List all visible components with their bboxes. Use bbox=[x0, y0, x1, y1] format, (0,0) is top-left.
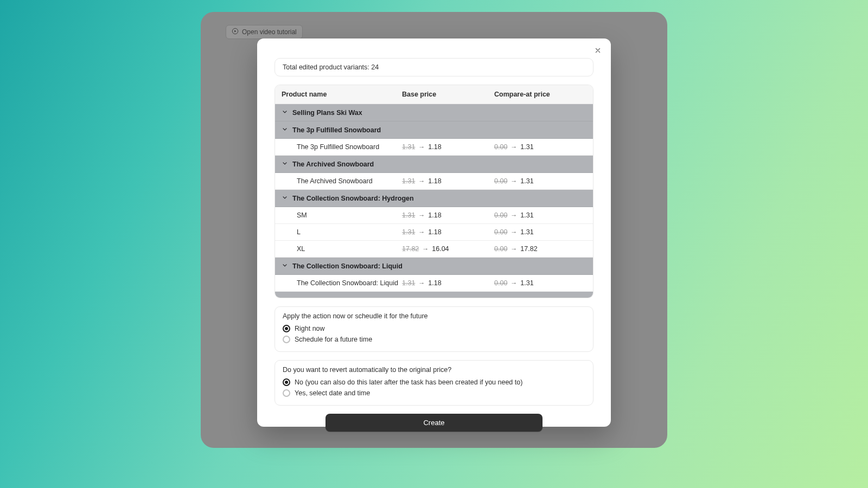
cmp-new: 1.31 bbox=[520, 177, 533, 185]
close-icon bbox=[594, 47, 602, 56]
arrow-right-icon: → bbox=[510, 228, 517, 236]
compare-price-cell: 0.00→1.31 bbox=[494, 177, 586, 185]
variant-name: SM bbox=[297, 211, 402, 219]
group-title: The Archived Snowboard bbox=[292, 160, 374, 168]
variant-row: XL17.82→16.040.00→17.82 bbox=[275, 241, 593, 258]
group-title: The Collection Snowboard: Liquid bbox=[292, 262, 403, 270]
base-old: 1.31 bbox=[402, 279, 415, 287]
group-row[interactable]: The 3p Fulfilled Snowboard bbox=[275, 121, 593, 139]
base-old: 1.31 bbox=[402, 228, 415, 236]
group-title: The Collection Snowboard: Oxygen bbox=[292, 297, 407, 298]
schedule-option[interactable]: Schedule for a future time bbox=[283, 334, 585, 345]
summary-count: 24 bbox=[371, 63, 379, 71]
close-button[interactable] bbox=[591, 45, 604, 58]
revert-option[interactable]: No (you can also do this later after the… bbox=[283, 377, 585, 388]
cmp-old: 0.00 bbox=[494, 211, 507, 219]
arrow-right-icon: → bbox=[418, 177, 425, 185]
base-old: 1.31 bbox=[402, 177, 415, 185]
app-panel: Open video tutorial Total edited product… bbox=[201, 12, 667, 448]
group-row[interactable]: The Collection Snowboard: Hydrogen bbox=[275, 190, 593, 207]
schedule-option-label: Schedule for a future time bbox=[295, 336, 372, 343]
schedule-card: Apply the action now or scheudle it for … bbox=[275, 306, 593, 352]
cmp-new: 1.31 bbox=[520, 211, 533, 219]
chevron-down-icon bbox=[282, 126, 288, 134]
revert-option-label: No (you can also do this later after the… bbox=[295, 378, 522, 386]
compare-price-cell: 0.00→1.31 bbox=[494, 279, 586, 287]
compare-price-cell: 0.00→1.31 bbox=[494, 228, 586, 236]
base-new: 1.18 bbox=[428, 143, 441, 151]
cmp-new: 1.31 bbox=[520, 143, 533, 151]
arrow-right-icon: → bbox=[418, 228, 425, 236]
base-new: 1.18 bbox=[428, 177, 441, 185]
col-product-name: Product name bbox=[282, 91, 402, 98]
chevron-down-icon bbox=[282, 160, 288, 168]
create-label: Create bbox=[423, 419, 444, 427]
base-price-cell: 1.31→1.18 bbox=[402, 228, 494, 236]
radio-icon bbox=[283, 325, 290, 332]
table-header: Product name Base price Compare-at price bbox=[275, 85, 593, 104]
group-row[interactable]: Selling Plans Ski Wax bbox=[275, 104, 593, 121]
variant-row: The Archived Snowboard1.31→1.180.00→1.31 bbox=[275, 173, 593, 190]
revert-card: Do you want to revert automatically to t… bbox=[275, 360, 593, 406]
base-new: 1.18 bbox=[428, 279, 441, 287]
arrow-right-icon: → bbox=[418, 211, 425, 219]
group-title: The 3p Fulfilled Snowboard bbox=[292, 126, 381, 134]
cmp-old: 0.00 bbox=[494, 228, 507, 236]
revert-title: Do you want to revert automatically to t… bbox=[283, 366, 585, 374]
group-row[interactable]: The Archived Snowboard bbox=[275, 156, 593, 173]
cmp-old: 0.00 bbox=[494, 143, 507, 151]
chevron-down-icon bbox=[282, 262, 288, 270]
base-old: 1.31 bbox=[402, 211, 415, 219]
variant-name: The Collection Snowboard: Liquid bbox=[297, 279, 402, 287]
chevron-down-icon bbox=[282, 296, 288, 298]
variant-name: XL bbox=[297, 245, 402, 253]
group-title: The Collection Snowboard: Hydrogen bbox=[292, 195, 414, 202]
arrow-right-icon: → bbox=[510, 245, 517, 253]
arrow-right-icon: → bbox=[422, 245, 429, 253]
cmp-old: 0.00 bbox=[494, 279, 507, 287]
variant-name: The Archived Snowboard bbox=[297, 177, 402, 185]
arrow-right-icon: → bbox=[418, 279, 425, 287]
bulk-edit-modal: Total edited product variants: 24 Produc… bbox=[257, 38, 611, 427]
create-button[interactable]: Create bbox=[326, 414, 542, 432]
schedule-option[interactable]: Right now bbox=[283, 323, 585, 334]
revert-option-label: Yes, select date and time bbox=[295, 389, 370, 397]
arrow-right-icon: → bbox=[510, 143, 517, 151]
variant-row: SM1.31→1.180.00→1.31 bbox=[275, 207, 593, 224]
tutorial-label: Open video tutorial bbox=[242, 28, 297, 36]
chevron-down-icon bbox=[282, 108, 288, 117]
variant-row: L1.31→1.180.00→1.31 bbox=[275, 224, 593, 241]
radio-icon bbox=[283, 336, 290, 343]
base-new: 1.18 bbox=[428, 211, 441, 219]
variant-row: The 3p Fulfilled Snowboard1.31→1.180.00→… bbox=[275, 139, 593, 156]
group-row[interactable]: The Collection Snowboard: Oxygen bbox=[275, 292, 593, 298]
base-price-cell: 1.31→1.18 bbox=[402, 177, 494, 185]
cmp-new: 17.82 bbox=[520, 245, 537, 253]
col-compare-price: Compare-at price bbox=[494, 91, 586, 98]
base-new: 16.04 bbox=[432, 245, 449, 253]
cmp-old: 0.00 bbox=[494, 245, 507, 253]
group-row[interactable]: The Collection Snowboard: Liquid bbox=[275, 258, 593, 275]
variant-name: The 3p Fulfilled Snowboard bbox=[297, 143, 402, 151]
summary-prefix: Total edited product variants: bbox=[283, 63, 371, 71]
table-scroll[interactable]: Product name Base price Compare-at price… bbox=[275, 85, 593, 298]
radio-icon bbox=[283, 389, 290, 397]
compare-price-cell: 0.00→1.31 bbox=[494, 143, 586, 151]
compare-price-cell: 0.00→1.31 bbox=[494, 211, 586, 219]
col-base-price: Base price bbox=[402, 91, 494, 98]
base-old: 17.82 bbox=[402, 245, 419, 253]
schedule-title: Apply the action now or scheudle it for … bbox=[283, 312, 585, 320]
cmp-new: 1.31 bbox=[520, 228, 533, 236]
base-price-cell: 17.82→16.04 bbox=[402, 245, 494, 253]
arrow-right-icon: → bbox=[510, 211, 517, 219]
summary-card: Total edited product variants: 24 bbox=[275, 58, 593, 76]
open-video-tutorial-button[interactable]: Open video tutorial bbox=[226, 25, 303, 39]
revert-option[interactable]: Yes, select date and time bbox=[283, 388, 585, 399]
compare-price-cell: 0.00→17.82 bbox=[494, 245, 586, 253]
schedule-option-label: Right now bbox=[295, 325, 325, 332]
chevron-down-icon bbox=[282, 194, 288, 202]
arrow-right-icon: → bbox=[510, 177, 517, 185]
group-title: Selling Plans Ski Wax bbox=[292, 109, 362, 117]
play-circle-icon bbox=[232, 28, 239, 36]
base-old: 1.31 bbox=[402, 143, 415, 151]
